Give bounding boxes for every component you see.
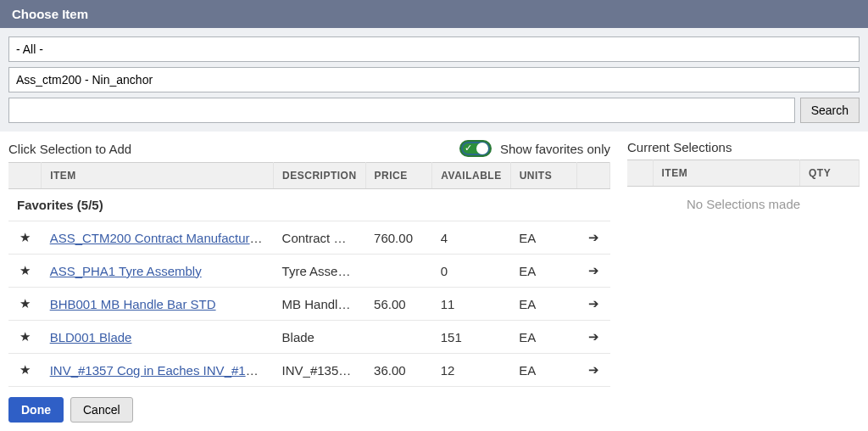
cell-available: 12 [432, 354, 510, 387]
cell-units: EA [510, 221, 577, 255]
right-subtitle: Current Selections [627, 137, 860, 160]
footer: Done Cancel [0, 387, 868, 431]
cell-available: 4 [432, 221, 510, 255]
cell-units: EA [510, 288, 577, 321]
cell-available: 11 [432, 288, 510, 321]
cell-description: INV_#135… [274, 354, 366, 387]
item-link[interactable]: INV_#1357 Cog in Eaches INV_#1357 Co… [50, 363, 274, 378]
table-row: ★ BHB001 MB Handle Bar STD MB Handl… 56.… [8, 288, 610, 321]
cell-available: 151 [432, 321, 510, 354]
items-table: ITEM DESCRIPTION PRICE AVAILABLE UNITS F… [8, 162, 610, 387]
star-icon[interactable]: ★ [8, 221, 42, 255]
col-units[interactable]: UNITS [510, 163, 577, 189]
cancel-button[interactable]: Cancel [70, 397, 133, 423]
section-favorites: Favorites (5/5) [8, 189, 610, 221]
cell-units: EA [510, 354, 577, 387]
cell-price: 36.00 [365, 354, 432, 387]
item-link[interactable]: ASS_CTM200 Contract Manufactured Item [50, 231, 274, 245]
cell-price: 56.00 [365, 288, 432, 321]
done-button[interactable]: Done [8, 397, 64, 423]
cell-description: Tyre Asse… [274, 255, 366, 288]
cell-description: MB Handl… [274, 288, 366, 321]
cell-price [365, 321, 432, 354]
col-blank [627, 160, 653, 187]
col-item[interactable]: ITEM [42, 163, 274, 189]
item-link[interactable]: ASS_PHA1 Tyre Assembly [50, 264, 202, 278]
search-input[interactable] [8, 98, 795, 123]
star-icon[interactable]: ★ [8, 354, 42, 387]
favorites-toggle-label: Show favorites only [500, 142, 610, 156]
modal-title: Choose Item [12, 7, 88, 21]
add-arrow-icon[interactable]: ➔ [577, 321, 610, 354]
no-selections-message: No Selections made [627, 187, 860, 221]
cell-description: Contract … [274, 221, 366, 255]
left-subtitle: Click Selection to Add [8, 142, 131, 156]
category-dropdown[interactable] [8, 36, 860, 62]
modal-header: Choose Item [0, 0, 868, 28]
cell-price [365, 255, 432, 288]
add-arrow-icon[interactable]: ➔ [577, 255, 610, 288]
search-button[interactable]: Search [800, 98, 860, 123]
add-arrow-icon[interactable]: ➔ [577, 288, 610, 321]
cell-units: EA [510, 321, 577, 354]
cell-available: 0 [432, 255, 510, 288]
selections-table: ITEM QTY [627, 160, 860, 187]
col-item[interactable]: ITEM [653, 160, 800, 187]
table-row: ★ ASS_CTM200 Contract Manufactured Item … [8, 221, 610, 255]
cell-price: 760.00 [365, 221, 432, 255]
cell-units: EA [510, 255, 577, 288]
subcategory-dropdown[interactable] [8, 67, 860, 92]
add-arrow-icon[interactable]: ➔ [577, 221, 610, 255]
table-row: ★ BLD001 Blade Blade 151 EA ➔ [8, 321, 610, 354]
col-qty[interactable]: QTY [800, 160, 860, 187]
filter-bar: Search [0, 28, 868, 132]
col-arrow [577, 163, 610, 189]
col-star [8, 163, 42, 189]
cell-description: Blade [274, 321, 366, 354]
item-link[interactable]: BLD001 Blade [50, 330, 132, 344]
item-link[interactable]: BHB001 MB Handle Bar STD [50, 297, 216, 311]
star-icon[interactable]: ★ [8, 255, 42, 288]
col-price[interactable]: PRICE [365, 163, 432, 189]
table-row: ★ ASS_PHA1 Tyre Assembly Tyre Asse… 0 EA… [8, 255, 610, 288]
star-icon[interactable]: ★ [8, 321, 42, 354]
star-icon[interactable]: ★ [8, 288, 42, 321]
table-row: ★ INV_#1357 Cog in Eaches INV_#1357 Co… … [8, 354, 610, 387]
col-description[interactable]: DESCRIPTION [274, 163, 366, 189]
col-available[interactable]: AVAILABLE [432, 163, 510, 189]
favorites-toggle[interactable]: ✓ [459, 140, 492, 157]
add-arrow-icon[interactable]: ➔ [577, 354, 610, 387]
